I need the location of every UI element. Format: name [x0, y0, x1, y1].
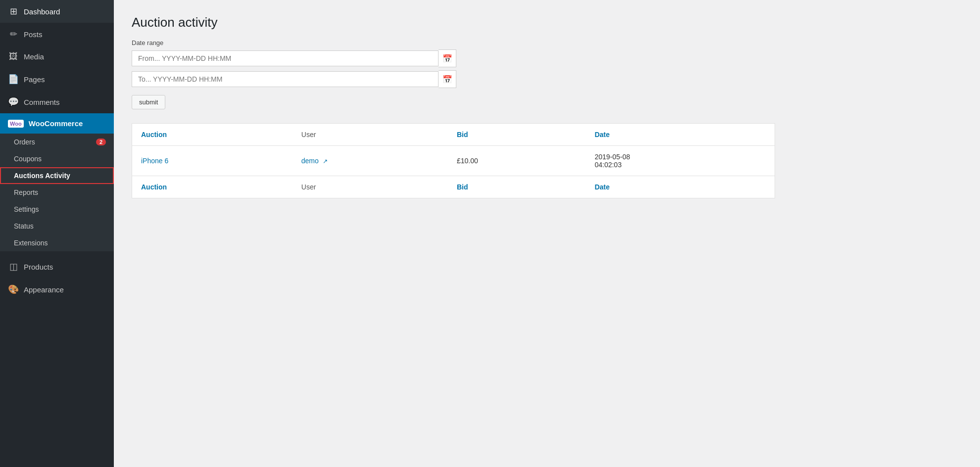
page-title: Auction activity: [132, 15, 962, 30]
date-header-link-2[interactable]: Date: [594, 183, 609, 191]
date-range-label: Date range: [132, 39, 962, 47]
to-calendar-button[interactable]: 📅: [439, 70, 456, 88]
table-header-row-2: Auction User Bid Date: [132, 176, 775, 198]
sidebar-item-coupons[interactable]: Coupons: [0, 150, 114, 167]
sidebar-item-pages[interactable]: 📄 Pages: [0, 68, 114, 91]
appearance-icon: 🎨: [8, 284, 19, 295]
bid-header-link[interactable]: Bid: [457, 131, 468, 139]
auction-link[interactable]: iPhone 6: [141, 157, 168, 165]
col-header-bid-2: Bid: [448, 176, 586, 198]
sidebar-item-settings[interactable]: Settings: [0, 201, 114, 218]
sidebar-label-products: Products: [24, 263, 53, 271]
sidebar-item-posts[interactable]: ✏ Posts: [0, 23, 114, 46]
sidebar-label-auctions-activity: Auctions Activity: [14, 172, 70, 180]
col-header-user: User: [293, 124, 448, 146]
col-header-auction: Auction: [132, 124, 293, 146]
date-inputs: 📅 📅: [132, 49, 962, 88]
external-link-icon: ↗: [323, 158, 328, 165]
woo-submenu: Orders 2 Coupons Auctions Activity Repor…: [0, 134, 114, 251]
col-header-date-2: Date: [586, 176, 775, 198]
submit-button[interactable]: submit: [132, 95, 165, 109]
sidebar-label-comments: Comments: [24, 98, 60, 106]
sidebar-label-reports: Reports: [14, 188, 38, 196]
sidebar-label-orders: Orders: [14, 138, 35, 146]
sidebar-label-pages: Pages: [24, 75, 45, 84]
pages-icon: 📄: [8, 74, 19, 85]
calendar-icon: 📅: [442, 54, 452, 63]
sidebar-item-auctions-activity[interactable]: Auctions Activity: [0, 167, 114, 184]
media-icon: 🖼: [8, 51, 19, 62]
col-header-auction-2: Auction: [132, 176, 293, 198]
sidebar-item-media[interactable]: 🖼 Media: [0, 46, 114, 68]
date-value: 2019-05-08 04:02:03: [594, 153, 630, 169]
sidebar-label-dashboard: Dashboard: [24, 7, 60, 16]
woo-logo: Woo: [8, 120, 24, 128]
table-header-row-1: Auction User Bid Date: [132, 124, 775, 146]
sidebar-item-appearance[interactable]: 🎨 Appearance: [0, 278, 114, 301]
auction-header-link[interactable]: Auction: [141, 131, 167, 139]
col-header-date: Date: [586, 124, 775, 146]
calendar-icon-2: 📅: [442, 75, 452, 84]
posts-icon: ✏: [8, 29, 19, 40]
sidebar-item-extensions[interactable]: Extensions: [0, 234, 114, 251]
sidebar-label-media: Media: [24, 52, 44, 61]
from-date-input[interactable]: [132, 50, 439, 66]
table-row: iPhone 6 demo ↗ £10.00 2019-05-08 04:02:…: [132, 146, 775, 176]
sidebar-item-reports[interactable]: Reports: [0, 184, 114, 201]
bid-header-link-2[interactable]: Bid: [457, 183, 468, 191]
col-header-bid: Bid: [448, 124, 586, 146]
date-header-link[interactable]: Date: [594, 131, 609, 139]
sidebar-label-extensions: Extensions: [14, 239, 48, 247]
sidebar-woocommerce-header[interactable]: Woo WooCommerce: [0, 113, 114, 134]
cell-user: demo ↗: [293, 146, 448, 176]
to-date-input[interactable]: [132, 71, 439, 87]
cell-auction: iPhone 6: [132, 146, 293, 176]
sidebar-label-coupons: Coupons: [14, 155, 42, 163]
to-row: 📅: [132, 70, 962, 88]
main-content: Auction activity Date range 📅 📅 submit A…: [114, 0, 980, 467]
user-link[interactable]: demo: [301, 157, 319, 165]
sidebar-label-status: Status: [14, 222, 34, 230]
sidebar-label-posts: Posts: [24, 30, 43, 39]
sidebar-item-dashboard[interactable]: ⊞ Dashboard: [0, 0, 114, 23]
dashboard-icon: ⊞: [8, 6, 19, 17]
sidebar-label-appearance: Appearance: [24, 285, 64, 294]
sidebar-label-settings: Settings: [14, 205, 39, 213]
sidebar-woocommerce-label: WooCommerce: [29, 119, 83, 128]
sidebar-item-products[interactable]: ◫ Products: [0, 255, 114, 278]
col-header-user-2: User: [293, 176, 448, 198]
from-row: 📅: [132, 49, 962, 67]
cell-bid: £10.00: [448, 146, 586, 176]
sidebar-item-comments[interactable]: 💬 Comments: [0, 91, 114, 113]
from-calendar-button[interactable]: 📅: [439, 49, 456, 67]
auction-header-link-2[interactable]: Auction: [141, 183, 167, 191]
products-icon: ◫: [8, 261, 19, 272]
comments-icon: 💬: [8, 96, 19, 107]
sidebar-item-status[interactable]: Status: [0, 218, 114, 234]
auction-table: Auction User Bid Date iPhone 6 demo ↗: [132, 123, 775, 198]
cell-date: 2019-05-08 04:02:03: [586, 146, 775, 176]
sidebar-item-orders[interactable]: Orders 2: [0, 134, 114, 150]
sidebar: ⊞ Dashboard ✏ Posts 🖼 Media 📄 Pages 💬 Co…: [0, 0, 114, 467]
orders-badge: 2: [96, 139, 106, 145]
